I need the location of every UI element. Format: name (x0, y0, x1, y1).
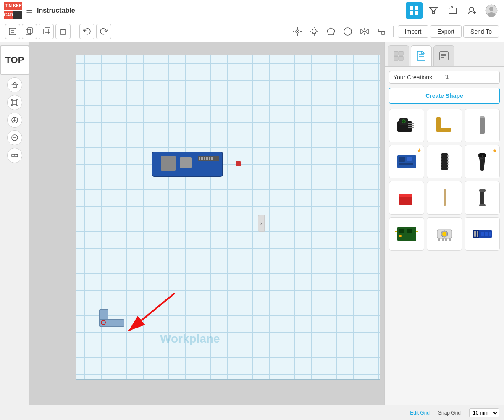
red-square-object[interactable] (236, 161, 241, 166)
add-user-button[interactable] (464, 2, 480, 19)
shape-item-rod[interactable] (465, 109, 500, 142)
shape-item-standoff[interactable] (465, 181, 500, 215)
shape-item-circuit-board[interactable] (389, 217, 424, 251)
grid-view-button[interactable] (406, 2, 423, 19)
tab-inspector[interactable] (411, 45, 432, 66)
shape-item-nail[interactable] (427, 181, 462, 215)
svg-point-107 (442, 232, 446, 236)
svg-rect-74 (407, 157, 412, 161)
camera-view-button[interactable] (290, 24, 305, 39)
shape-item-screw[interactable]: ★ (465, 145, 500, 178)
avatar-button[interactable] (483, 2, 500, 19)
svg-rect-51 (399, 51, 403, 55)
shape-item-pin-header[interactable] (427, 145, 462, 178)
svg-rect-85 (447, 164, 449, 165)
svg-rect-80 (441, 164, 442, 165)
ruler-button[interactable] (7, 148, 22, 163)
shape-img-3 (470, 114, 495, 137)
svg-rect-78 (441, 158, 442, 160)
svg-rect-21 (61, 30, 65, 35)
undo-button[interactable] (79, 24, 94, 39)
svg-point-30 (344, 28, 352, 35)
right-panel-content: Your Creations ⇅ Create Shape (385, 67, 504, 405)
zoom-out-button[interactable] (7, 130, 22, 145)
shape-item-camera-module[interactable] (389, 109, 424, 142)
arduino-chip-2 (180, 158, 192, 168)
menu-icon[interactable]: ☰ (26, 6, 33, 15)
svg-rect-115 (477, 231, 478, 237)
polygon-button[interactable] (323, 24, 339, 39)
tab-notes[interactable] (433, 45, 454, 66)
shape-img-6 (470, 150, 495, 173)
svg-point-8 (470, 7, 474, 11)
svg-rect-0 (410, 6, 413, 10)
export-button[interactable]: Export (430, 25, 461, 38)
new-button[interactable] (5, 24, 20, 39)
svg-point-71 (480, 116, 485, 118)
left-panel: TOP (0, 42, 29, 405)
shape-item-l-bracket[interactable] (427, 109, 462, 142)
svg-rect-76 (441, 153, 448, 170)
svg-rect-118 (489, 232, 491, 236)
logo-cell-blank (13, 10, 22, 19)
redo-button[interactable] (96, 24, 111, 39)
top-bar: TIN KER CAD ☰ Instructable (0, 0, 504, 21)
view-label: TOP (0, 45, 29, 75)
canvas-area[interactable]: Workplane › (29, 42, 384, 405)
tab-shapes[interactable] (388, 45, 409, 66)
tinkercad-logo[interactable]: TIN KER CAD (4, 2, 22, 19)
svg-marker-29 (327, 28, 335, 35)
category-dropdown[interactable]: Your Creations ⇅ (389, 71, 500, 84)
shape-img-1 (394, 114, 419, 137)
l-shape-container[interactable] (99, 306, 129, 327)
arduino-board[interactable] (152, 152, 223, 177)
svg-rect-94 (480, 189, 484, 206)
arduino-chip-1 (161, 156, 176, 171)
delete-button[interactable] (55, 24, 71, 39)
shapes-grid: ★ (389, 109, 500, 251)
svg-point-64 (402, 120, 405, 123)
svg-rect-73 (399, 157, 405, 162)
svg-rect-50 (394, 51, 398, 55)
send-to-button[interactable]: Send To (463, 25, 499, 38)
svg-rect-116 (481, 232, 484, 236)
logo-cell-ker: KER (13, 2, 22, 10)
snap-grid-select[interactable]: 10 mm 5 mm 1 mm 0.5 mm (469, 408, 499, 417)
projects-button[interactable] (444, 2, 461, 19)
logo-cell-tin: TIN (4, 2, 13, 10)
shape-item-red-cube[interactable] (389, 181, 424, 215)
create-shape-button[interactable]: Create Shape (389, 88, 500, 104)
svg-rect-53 (399, 56, 403, 60)
duplicate-button[interactable] (39, 24, 54, 39)
svg-rect-99 (407, 229, 412, 233)
svg-rect-69 (436, 128, 451, 132)
main-area: TOP (0, 42, 504, 405)
panel-toggle-button[interactable]: › (258, 215, 265, 232)
app-title: Instructable (37, 7, 75, 14)
circle-button[interactable] (340, 24, 355, 39)
align-button[interactable] (374, 24, 389, 39)
edit-grid-label[interactable]: Edit Grid (410, 410, 430, 416)
shape-img-5 (432, 150, 457, 173)
svg-line-49 (129, 293, 175, 331)
light-button[interactable] (307, 24, 322, 39)
pin-6 (211, 157, 213, 160)
shape-item-blue-connector[interactable] (465, 217, 500, 251)
shape-item-sensor-board[interactable]: ★ (389, 145, 424, 178)
workplane[interactable]: Workplane (76, 55, 380, 380)
svg-rect-14 (9, 28, 16, 35)
import-button[interactable]: Import (398, 25, 429, 38)
mirror-button[interactable] (357, 24, 372, 39)
shape-img-10 (394, 223, 419, 246)
zoom-in-button[interactable] (7, 113, 22, 128)
pin-4 (206, 157, 208, 160)
svg-rect-36 (382, 32, 384, 34)
fit-view-button[interactable] (7, 95, 22, 110)
copy-button[interactable] (22, 24, 37, 39)
svg-rect-67 (408, 127, 414, 128)
svg-rect-38 (13, 100, 17, 105)
learn-button[interactable] (425, 2, 442, 19)
shape-item-button-switch[interactable] (427, 217, 462, 251)
toolbar: Import Export Send To (0, 21, 504, 42)
home-view-button[interactable] (7, 77, 22, 92)
